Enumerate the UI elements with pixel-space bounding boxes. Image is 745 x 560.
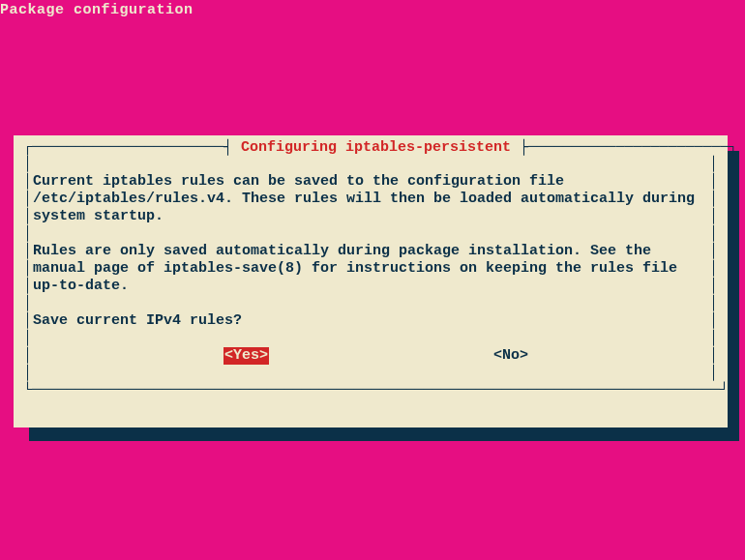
page-title: Package configuration [0, 0, 745, 18]
buttons-row: │<Yes><No>│ [23, 347, 718, 365]
blank-line: │ │ [23, 295, 718, 312]
body-line: │up-to-date.│ [23, 278, 718, 295]
no-button[interactable]: <No> [493, 347, 528, 365]
dialog-bottom-border: └───────────────────────────────────────… [23, 382, 718, 398]
blank-line: │ │ [23, 225, 718, 243]
body-line: │manual page of iptables-save(8) for ins… [23, 260, 718, 278]
yes-button[interactable]: <Yes> [224, 347, 269, 365]
blank-line: │ │ [23, 330, 718, 347]
dialog-title: Configuring iptables-persistent [232, 139, 520, 156]
blank-line: │ │ [23, 156, 718, 173]
body-line: │/etc/iptables/rules.v4. These rules wil… [23, 191, 718, 208]
body-line: │Rules are only saved automatically duri… [23, 243, 718, 260]
dialog-top-border: ┌──────────────────────┤ Configuring ipt… [23, 139, 718, 156]
body-line: │system startup.│ [23, 208, 718, 225]
blank-line: │ │ [23, 365, 718, 382]
config-dialog: ┌──────────────────────┤ Configuring ipt… [14, 135, 728, 427]
prompt-line: │Save current IPv4 rules?│ [23, 312, 718, 330]
body-line: │Current iptables rules can be saved to … [23, 173, 718, 191]
